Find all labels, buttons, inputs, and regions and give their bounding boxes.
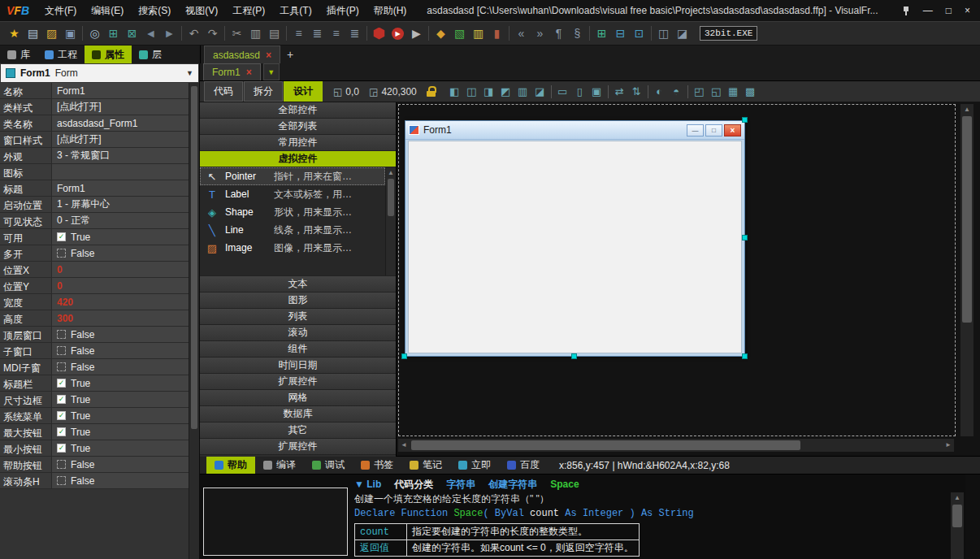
- menu-item[interactable]: 编辑(E): [84, 1, 131, 21]
- menu-item[interactable]: 工程(P): [225, 1, 272, 21]
- tab-list-dropdown[interactable]: ▼: [263, 63, 280, 80]
- scroll-thumb[interactable]: [191, 86, 197, 429]
- run-icon[interactable]: ▶: [388, 24, 407, 43]
- align-right-icon[interactable]: ◨: [480, 83, 497, 100]
- checkbox-icon[interactable]: [57, 330, 66, 339]
- toolbox-category[interactable]: 时间日期: [200, 358, 396, 374]
- checkbox-icon[interactable]: ✓: [57, 444, 66, 453]
- bring-to-front-icon[interactable]: ◰: [691, 83, 708, 100]
- toolbox-category[interactable]: 滚动: [200, 325, 396, 341]
- selection-handle-bottom-left[interactable]: [401, 353, 407, 359]
- design-view-button[interactable]: 设计: [284, 81, 323, 102]
- selection-handle-right-center[interactable]: [742, 235, 748, 240]
- checkbox-icon[interactable]: ✓: [57, 232, 66, 241]
- undo-icon[interactable]: ↶: [184, 24, 203, 43]
- image-manager-icon[interactable]: ▧: [450, 24, 469, 43]
- side-tab-selected[interactable]: 属性: [85, 46, 132, 63]
- help-scrollbar[interactable]: ▲ ▼: [951, 492, 964, 559]
- add-class-icon[interactable]: ⊠: [123, 24, 141, 43]
- align-list-2-icon[interactable]: ≣: [308, 24, 327, 43]
- grid-view-icon[interactable]: ⊞: [592, 24, 611, 43]
- property-value[interactable]: [点此打开]: [52, 99, 189, 115]
- property-value[interactable]: 0: [52, 262, 189, 277]
- space-horizontal-icon[interactable]: ⇄: [611, 83, 628, 100]
- toolbox-category[interactable]: 列表: [200, 309, 396, 325]
- designed-form-titlebar[interactable]: Form1 — □ ×: [405, 121, 744, 140]
- toolbox-category[interactable]: 图形: [200, 292, 396, 309]
- property-value[interactable]: ✓True: [52, 424, 189, 440]
- property-value[interactable]: False: [52, 359, 189, 375]
- code-align-left-icon[interactable]: «: [512, 24, 531, 43]
- toolbox-item[interactable]: ↖Pointer指针，用来在窗…: [200, 167, 385, 185]
- toolbox-item[interactable]: ▨Image图像，用来显示…: [200, 239, 385, 257]
- property-value[interactable]: 0 - 正常: [52, 213, 189, 228]
- scroll-thumb[interactable]: [962, 116, 972, 323]
- side-tab-item[interactable]: 层: [132, 46, 169, 63]
- same-width-icon[interactable]: ▭: [554, 83, 571, 100]
- close-button[interactable]: ×: [965, 6, 970, 15]
- toolbox-category[interactable]: 扩展控件: [200, 439, 396, 455]
- property-value[interactable]: Form1: [52, 180, 189, 196]
- checkbox-icon[interactable]: ✓: [57, 379, 66, 388]
- note-manager-icon[interactable]: ▥: [469, 24, 488, 43]
- menu-item[interactable]: 工具(T): [272, 1, 319, 21]
- bottom-tab[interactable]: 百度: [499, 457, 548, 474]
- designer-tab[interactable]: Form1 ×: [203, 63, 261, 80]
- toolbox-category[interactable]: 扩展控件: [200, 374, 396, 390]
- scroll-thumb[interactable]: [388, 179, 394, 216]
- chevron-down-icon[interactable]: ▼: [186, 69, 193, 77]
- plugin-b-icon[interactable]: ◪: [673, 24, 692, 43]
- copy-icon[interactable]: ▥: [246, 24, 265, 43]
- checkbox-icon[interactable]: [57, 460, 66, 469]
- lock-controls-icon[interactable]: ▩: [742, 83, 759, 100]
- checkbox-icon[interactable]: [57, 476, 66, 485]
- selection-handle-bottom-right[interactable]: [742, 353, 748, 359]
- selection-handle-bottom-center[interactable]: [571, 353, 577, 359]
- align-left-icon[interactable]: ◧: [446, 83, 463, 100]
- step-run-icon[interactable]: ▶: [407, 24, 426, 43]
- property-value[interactable]: False: [52, 343, 189, 358]
- property-value[interactable]: 3 - 常规窗口: [52, 148, 189, 163]
- selection-handle-top-right[interactable]: [742, 117, 748, 123]
- property-value[interactable]: [52, 164, 189, 180]
- same-height-icon[interactable]: ▯: [571, 83, 588, 100]
- add-module-icon[interactable]: ⊞: [104, 24, 123, 43]
- cut-icon[interactable]: ✂: [228, 24, 246, 43]
- bottom-tab[interactable]: 书签: [353, 457, 401, 474]
- property-value[interactable]: ✓True: [52, 440, 189, 456]
- new-form-icon[interactable]: ▤: [24, 24, 42, 43]
- center-vertical-icon[interactable]: ◓: [668, 83, 685, 100]
- toolbox-item[interactable]: TLabel文本或标签，用…: [200, 185, 385, 203]
- paste-icon[interactable]: ▤: [265, 24, 284, 43]
- redo-icon[interactable]: ↷: [203, 24, 222, 43]
- breadcrumb-item[interactable]: 字符串: [446, 479, 475, 490]
- lock-icon[interactable]: [427, 86, 436, 98]
- pin-icon[interactable]: [902, 6, 910, 15]
- bottom-tab[interactable]: 调试: [304, 457, 353, 474]
- property-value[interactable]: ✓True: [52, 229, 189, 245]
- property-value[interactable]: 0: [52, 278, 189, 293]
- property-value[interactable]: Form1: [52, 83, 189, 98]
- new-tab-button[interactable]: +: [280, 46, 300, 63]
- checkbox-icon[interactable]: [57, 362, 66, 371]
- code-format-icon[interactable]: ¶: [549, 24, 568, 43]
- bottom-tab[interactable]: 笔记: [401, 457, 450, 474]
- close-icon[interactable]: ×: [246, 67, 252, 78]
- menu-item[interactable]: 插件(P): [319, 1, 366, 21]
- center-horizontal-icon[interactable]: ◐: [651, 83, 668, 100]
- window-next-icon[interactable]: ►: [160, 24, 179, 43]
- design-canvas[interactable]: Form1 — □ × ◄ ► ▲ ▼: [397, 102, 980, 457]
- window-tile-icon[interactable]: ⊟: [611, 24, 630, 43]
- scroll-up-arrow[interactable]: ▲: [386, 167, 396, 178]
- scroll-left-arrow[interactable]: ◄: [398, 439, 410, 452]
- bottom-tab[interactable]: 编译: [255, 457, 304, 474]
- package-tool-icon[interactable]: ◆: [431, 24, 450, 43]
- search-icon[interactable]: ◎: [85, 24, 104, 43]
- menu-item[interactable]: 视图(V): [178, 1, 225, 21]
- scroll-up-arrow[interactable]: ▲: [960, 104, 973, 115]
- document-tab[interactable]: asdasdasd ×: [204, 46, 280, 63]
- minimize-button[interactable]: —: [923, 6, 933, 15]
- code-clean-icon[interactable]: §: [568, 24, 587, 43]
- maximize-button[interactable]: □: [946, 6, 952, 15]
- breadcrumb-item[interactable]: 代码分类: [394, 479, 433, 490]
